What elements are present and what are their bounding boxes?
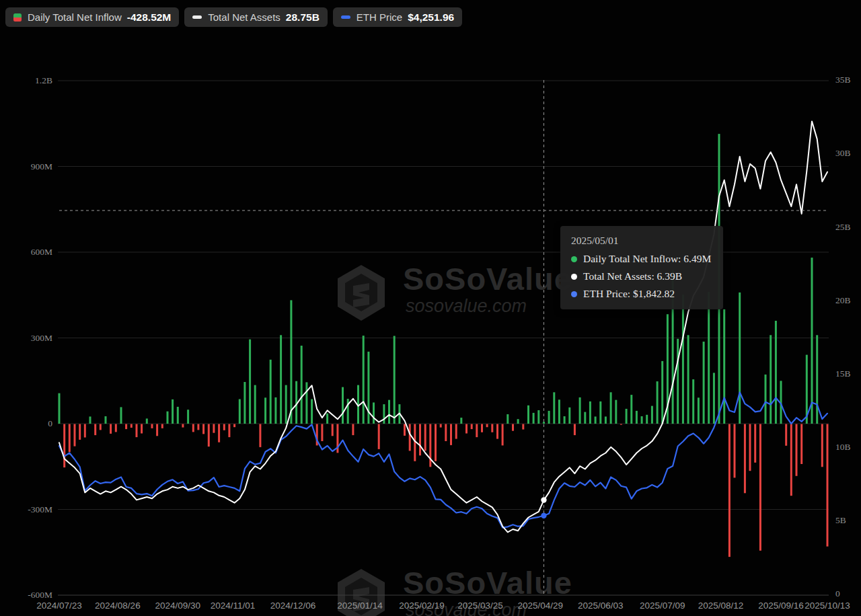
- x-tick-label: 2025/10/13: [804, 601, 850, 611]
- tooltip-row-assets: Total Net Assets: 6.39B: [571, 270, 711, 282]
- legend-value: -428.52M: [127, 11, 171, 24]
- y-tick-label: 0: [835, 588, 840, 599]
- x-tick-label: 2024/08/26: [95, 601, 141, 611]
- x-tick-label: 2025/06/03: [578, 601, 624, 611]
- legend-label: Total Net Assets: [208, 11, 280, 23]
- hover-tooltip: 2025/05/01 Daily Total Net Inflow: 6.49M…: [560, 226, 723, 309]
- y-tick-label: 30B: [835, 148, 851, 159]
- blue-dot-icon: [571, 291, 577, 297]
- tooltip-date: 2025/05/01: [571, 235, 711, 247]
- legend-label: ETH Price: [357, 11, 402, 23]
- y-tick-label: 0: [12, 418, 52, 429]
- x-tick-label: 2025/07/09: [640, 601, 685, 611]
- y-tick-label: 300M: [12, 333, 52, 344]
- y-tick-label: 15B: [835, 369, 851, 379]
- x-tick-label: 2025/04/29: [518, 601, 564, 611]
- green-dot-icon: [571, 256, 577, 262]
- y-tick-label: 600M: [12, 247, 52, 258]
- x-tick-label: 2024/09/30: [155, 601, 200, 611]
- y-tick-label: 20B: [835, 295, 851, 306]
- tooltip-text: ETH Price: $1,842.82: [583, 288, 675, 300]
- crosshair: [59, 80, 827, 594]
- tooltip-text: Total Net Assets: 6.39B: [583, 270, 682, 282]
- x-tick-label: 2024/12/06: [270, 601, 316, 611]
- x-tick-label: 2024/11/01: [211, 601, 256, 611]
- tooltip-text: Daily Total Net Inflow: 6.49M: [583, 253, 711, 265]
- tooltip-row-inflow: Daily Total Net Inflow: 6.49M: [571, 253, 711, 265]
- legend-item-eth-price[interactable]: ETH Price $4,251.96: [333, 7, 462, 27]
- grid-lines: [58, 81, 829, 595]
- y-tick-label: -300M: [12, 504, 52, 515]
- x-tick-label: 2025/01/14: [337, 601, 383, 611]
- inflow-bars: [59, 134, 829, 557]
- legend-value: 28.75B: [286, 11, 320, 24]
- y-tick-label: 1.2B: [12, 75, 52, 86]
- y-tick-label: 900M: [12, 161, 52, 172]
- hover-dots: [541, 497, 546, 518]
- legend-value: $4,251.96: [408, 11, 454, 24]
- legend-item-daily-net-inflow[interactable]: Daily Total Net Inflow -428.52M: [5, 7, 179, 27]
- legend: Daily Total Net Inflow -428.52M Total Ne…: [5, 7, 462, 27]
- eth-price-line: [59, 392, 827, 527]
- y-tick-label: 35B: [835, 75, 851, 85]
- x-tick-label: 2025/02/19: [399, 601, 445, 611]
- white-dot-icon: [571, 274, 577, 280]
- total-net-assets-line: [59, 121, 827, 532]
- legend-item-total-net-assets[interactable]: Total Net Assets 28.75B: [184, 7, 328, 27]
- legend-label: Daily Total Net Inflow: [28, 11, 122, 23]
- x-tick-label: 2025/03/25: [457, 601, 503, 611]
- tooltip-row-eth-price: ETH Price: $1,842.82: [571, 288, 711, 300]
- x-tick-label: 2025/08/12: [698, 601, 744, 611]
- y-tick-label: 5B: [835, 515, 846, 526]
- etf-flow-chart-panel: Daily Total Net Inflow -428.52M Total Ne…: [0, 0, 861, 616]
- white-line-icon: [192, 15, 202, 19]
- x-tick-label: 2025/09/16: [758, 601, 804, 611]
- y-tick-label: -600M: [12, 590, 52, 601]
- x-tick-label: 2024/07/23: [36, 601, 82, 611]
- inflow-bar-icon: [13, 13, 22, 22]
- y-tick-label: 10B: [835, 442, 851, 453]
- blue-line-icon: [341, 15, 350, 19]
- y-tick-label: 25B: [835, 222, 851, 233]
- chart-plot-area[interactable]: [0, 0, 861, 616]
